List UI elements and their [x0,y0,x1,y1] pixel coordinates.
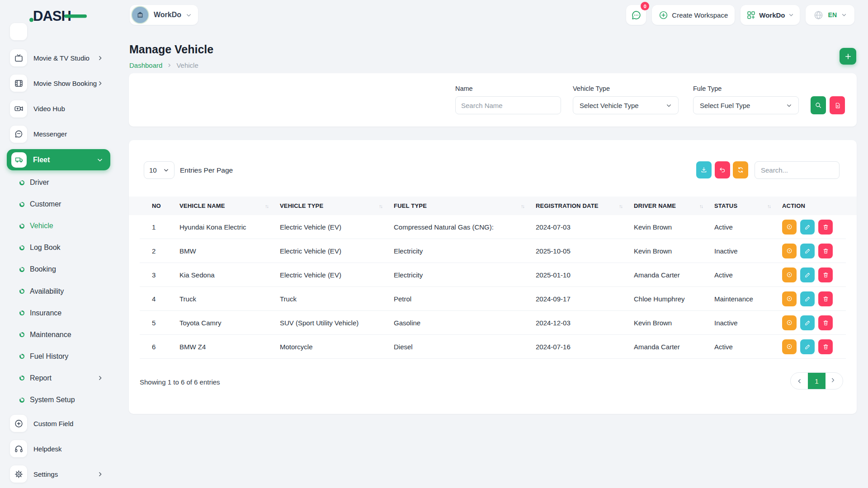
sidebar-item-fuel-history[interactable]: Fuel History [0,346,118,367]
refresh-button[interactable] [733,161,748,178]
sidebar-item-booking[interactable]: Booking [0,258,118,280]
table-row: 2BMWElectric Vehicle (EV)Electricity2025… [140,239,846,263]
cell-vehicle-name: BMW [179,247,280,255]
create-workspace-button[interactable]: Create Workspace [652,5,735,25]
table-row: 4TruckTruckPetrol2024-09-17Chloe Humphre… [140,287,846,311]
breadcrumb-dashboard[interactable]: Dashboard [129,61,162,69]
cell-no: 4 [140,295,179,303]
pagination-next[interactable] [826,373,843,389]
sidebar-item-customer[interactable]: Customer [0,193,118,215]
delete-button[interactable] [818,339,833,354]
sidebar-item-label: Fuel History [30,352,68,361]
column-label: ACTION [782,202,805,209]
table-search-input[interactable] [755,161,840,179]
sidebar-item-vehicle[interactable]: Vehicle [0,215,118,237]
entries-per-page-label: Entries Per Page [180,166,233,174]
pagination-prev[interactable] [791,373,808,389]
cell-vehicle-name: BMW Z4 [179,343,280,351]
filter-reset-button[interactable] [830,96,845,114]
sidebar-item-maintenance[interactable]: Maintenance [0,324,118,346]
sidebar-item-helpdesk[interactable]: Helpdesk [0,436,118,461]
workspace-grid-icon [746,10,756,20]
messages-button[interactable]: 0 [626,5,646,25]
cell-vehicle-type: Truck [280,295,394,303]
delete-button[interactable] [818,244,833,258]
export-button[interactable] [696,161,712,178]
sort-icon[interactable]: ↑↓ [699,203,703,209]
cell-fuel-type: Compressed Natural Gas (CNG): [394,223,536,231]
sidebar-item-fleet[interactable]: Fleet [7,149,110,170]
cell-vehicle-type: SUV (Sport Utility Vehicle) [280,319,394,327]
name-filter-input[interactable] [455,96,561,114]
sidebar-item-video-hub[interactable]: Video Hub [0,96,118,122]
sort-icon[interactable]: ↑↓ [265,203,268,209]
eye-icon [786,223,793,230]
cell-vehicle-name: Hyundai Kona Electric [179,223,280,231]
chevron-down-icon [163,167,169,173]
progress-dot-icon [19,202,24,207]
sort-icon[interactable]: ↑↓ [619,203,622,209]
view-button[interactable] [782,315,797,330]
pagination-page-1[interactable]: 1 [808,373,825,389]
sidebar-item-custom-field[interactable]: Custom Field [0,411,118,436]
workspace-menu[interactable]: WorkDo [741,5,799,25]
column-header-registration-date[interactable]: REGISTRATION DATE↑↓ [536,202,634,209]
sort-icon[interactable]: ↑↓ [521,203,524,209]
sidebar-item-settings[interactable]: Settings [0,461,118,487]
sidebar-item-messenger[interactable]: Messenger [0,122,118,147]
sort-icon[interactable]: ↑↓ [379,203,382,209]
cell-actions [782,220,846,235]
column-header-fuel-type[interactable]: FUEL TYPE↑↓ [394,202,536,209]
trash-icon [822,343,829,350]
progress-dot-icon [19,267,24,272]
column-header-vehicle-type[interactable]: VEHICLE TYPE↑↓ [280,202,394,209]
circle-plus-icon [10,415,27,432]
sidebar-item-partial[interactable] [10,23,27,40]
edit-button[interactable] [800,244,815,258]
edit-button[interactable] [800,267,815,282]
sidebar-item-label: Booking [30,265,56,273]
sort-icon[interactable]: ↑↓ [767,203,770,209]
language-menu[interactable]: EN [806,5,854,25]
add-vehicle-button[interactable] [840,48,856,65]
delete-button[interactable] [818,220,833,235]
breadcrumb: Dashboard Vehicle [129,61,198,69]
workspace-switcher[interactable]: WorkDo [130,5,198,25]
entries-per-page-select[interactable]: 10 [144,161,175,179]
filter-search-button[interactable] [811,96,826,114]
vehicle-type-select[interactable]: Select Vehicle Type [573,96,679,114]
undo-button[interactable] [715,161,730,178]
fuel-type-select[interactable]: Select Fuel Type [693,96,799,114]
sidebar-item-report[interactable]: Report [0,367,118,389]
cell-vehicle-type: Motorcycle [280,343,394,351]
column-header-driver-name[interactable]: DRIVER NAME↑↓ [634,202,714,209]
edit-button[interactable] [800,220,815,235]
cell-actions [782,267,846,282]
cell-vehicle-type: Electric Vehicle (EV) [280,247,394,255]
view-button[interactable] [782,291,797,306]
sidebar-item-label: Fleet [33,156,50,164]
chevron-down-icon [841,12,847,18]
sidebar-item-system-setup[interactable]: System Setup [0,389,118,411]
sidebar-item-driver[interactable]: Driver [0,172,118,193]
delete-button[interactable] [818,267,833,282]
view-button[interactable] [782,220,797,235]
sidebar-item-log-book[interactable]: Log Book [0,237,118,258]
delete-button[interactable] [818,291,833,306]
sidebar-item-label: Movie & TV Studio [33,54,90,62]
dash-logo: DASH [29,8,89,26]
sidebar-item-availability[interactable]: Availability [0,281,118,302]
sidebar-item-movie-show-booking[interactable]: Movie Show Booking [0,70,118,96]
column-header-status[interactable]: STATUS↑↓ [714,202,782,209]
column-header-vehicle-name[interactable]: VEHICLE NAME↑↓ [179,202,280,209]
edit-button[interactable] [800,315,815,330]
edit-button[interactable] [800,339,815,354]
delete-button[interactable] [818,315,833,330]
sidebar-item-insurance[interactable]: Insurance [0,302,118,324]
view-button[interactable] [782,267,797,282]
edit-button[interactable] [800,291,815,306]
sidebar-item-movie-and-tv-studio[interactable]: Movie & TV Studio [0,45,118,70]
view-button[interactable] [782,339,797,354]
view-button[interactable] [782,244,797,258]
pencil-icon [804,224,811,230]
